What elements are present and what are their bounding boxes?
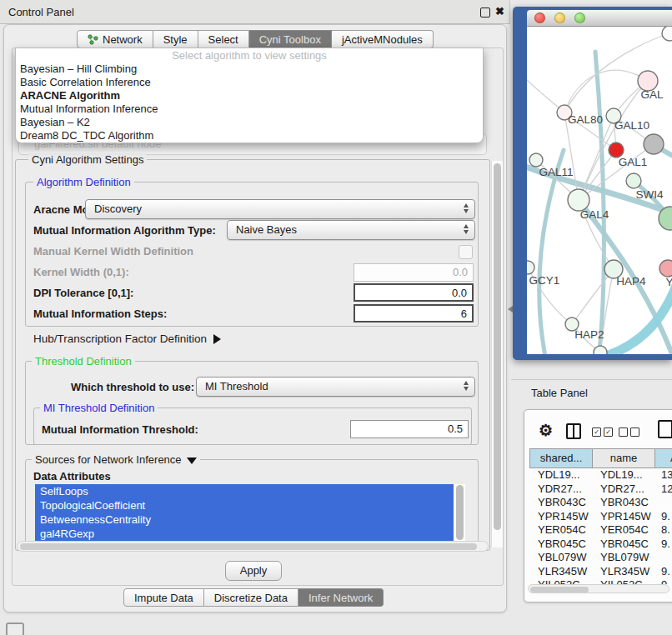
network-node-label: GAL: [640, 88, 664, 101]
table-cell: YDL19...: [592, 468, 654, 482]
column-header[interactable]: shared...: [529, 448, 592, 468]
tab-style[interactable]: Style: [153, 30, 198, 48]
network-node[interactable]: [644, 134, 664, 154]
select-all-columns-icon[interactable]: ✓✓: [592, 428, 613, 437]
network-node-label: HAP4: [616, 275, 646, 288]
kernel-width-label: Kernel Width (0,1):: [33, 266, 129, 278]
apply-button[interactable]: Apply: [225, 561, 282, 581]
tab-network[interactable]: Network: [77, 30, 153, 48]
table-cell: 8.: [654, 523, 672, 538]
network-node[interactable]: [527, 261, 534, 274]
attributes-scrollbar[interactable]: [456, 485, 464, 540]
tab-jactivemnodules[interactable]: jActiveMNodules: [332, 30, 434, 48]
mi-threshold-field[interactable]: 0.5: [350, 420, 469, 438]
table-row[interactable]: YBL079WYBL079W: [529, 551, 672, 565]
table-cell: 9.: [654, 510, 672, 524]
deselect-all-columns-icon[interactable]: [619, 428, 639, 437]
cyni-bottom-tabs: Impute Data Discretize Data Infer Networ…: [123, 588, 384, 607]
close-window-icon[interactable]: [534, 12, 545, 23]
algorithm-option[interactable]: Bayesian – Hill Climbing: [16, 62, 483, 76]
minimized-panel-icon[interactable]: [6, 622, 24, 635]
float-panel-icon[interactable]: [480, 8, 490, 18]
column-header[interactable]: A: [654, 448, 672, 468]
data-attribute-item[interactable]: SelfLoops: [35, 484, 454, 498]
threshold-definition-title: Threshold Definition: [32, 355, 135, 368]
network-view-window: GALGAL80GAL10GAL1GAL11SWI4GAL4GCY1HAP4YH…: [513, 7, 672, 360]
network-window-titlebar[interactable]: [527, 10, 672, 27]
data-attributes-label: Data Attributes: [33, 470, 111, 482]
table-cell: YBL079W: [592, 551, 654, 565]
table-cell: YDR27...: [592, 482, 654, 497]
mi-steps-field[interactable]: 6: [354, 304, 474, 322]
network-node[interactable]: [626, 173, 641, 188]
network-node[interactable]: [662, 27, 672, 41]
algorithm-option[interactable]: ARACNE Algorithm: [16, 89, 483, 102]
mi-threshold-label: Mutual Information Threshold:: [42, 423, 198, 436]
which-threshold-label: Which threshold to use:: [71, 381, 194, 393]
table-row[interactable]: YDR27...YDR27...12: [529, 482, 672, 497]
table-cell: 9.: [654, 578, 672, 584]
network-edge: [572, 269, 614, 324]
network-node-label: HAP2: [574, 328, 604, 341]
minimize-window-icon[interactable]: [554, 12, 565, 23]
manual-kernel-width-label: Manual Kernel Width Definition: [33, 245, 193, 258]
mi-algorithm-type-combo[interactable]: Naive Bayes: [227, 220, 475, 240]
table-row[interactable]: YBR045CYBR045C9.: [529, 538, 672, 552]
zoom-window-icon[interactable]: [574, 12, 585, 23]
tab-select[interactable]: Select: [198, 30, 249, 48]
network-node[interactable]: [529, 153, 543, 167]
table-hscrollbar[interactable]: [528, 584, 669, 593]
table-settings-gear-icon[interactable]: ⚙: [539, 421, 553, 440]
network-node-label: GAL10: [614, 119, 649, 132]
aracne-mode-combo[interactable]: Discovery: [85, 199, 475, 219]
table-row[interactable]: YBR043CYBR043C: [529, 496, 672, 510]
control-panel-titlebar: Control Panel ✖: [0, 0, 510, 24]
panel-separator: [511, 379, 672, 380]
which-threshold-combo[interactable]: MI Threshold: [196, 377, 475, 397]
stepper-icon: [464, 203, 469, 213]
table-row[interactable]: YIL052CYIL052C9.: [529, 578, 672, 584]
control-panel-tabs: Network Style Select Cyni Toolbox jActiv…: [77, 30, 434, 48]
dpi-tolerance-field[interactable]: 0.0: [354, 283, 474, 302]
settings-vscrollbar[interactable]: [491, 161, 503, 548]
data-attribute-item[interactable]: BetweennessCentrality: [35, 512, 454, 527]
data-attribute-item[interactable]: gal4RGexp: [35, 527, 454, 541]
table-cell: 13: [654, 468, 672, 482]
settings-hscrollbar[interactable]: [17, 541, 489, 552]
tab-discretize-data[interactable]: Discretize Data: [204, 588, 298, 607]
stepper-icon: [464, 224, 469, 234]
network-node[interactable]: [659, 260, 672, 277]
column-view-icon[interactable]: [566, 423, 581, 439]
kernel-width-field[interactable]: 0.0: [354, 263, 474, 282]
data-attributes-list: SelfLoopsTopologicalCoefficientBetweenne…: [35, 484, 465, 542]
table-cell: YBR043C: [592, 496, 654, 510]
algorithm-option[interactable]: Mutual Information Inference: [16, 102, 483, 116]
algorithm-option[interactable]: Basic Correlation Inference: [16, 76, 483, 89]
export-table-icon[interactable]: [658, 420, 672, 438]
tab-infer-network[interactable]: Infer Network: [298, 588, 384, 607]
manual-kernel-width-checkbox[interactable]: [459, 245, 473, 259]
table-cell: YER054C: [529, 523, 592, 538]
table-row[interactable]: YER054CYER054C8.: [529, 523, 672, 538]
hub-definition-expander[interactable]: Hub/Transcription Factor Definition: [33, 332, 221, 345]
table-row[interactable]: YLR345WYLR345W9.: [529, 565, 672, 579]
close-panel-icon[interactable]: ✖: [495, 5, 504, 18]
network-node[interactable]: [594, 346, 607, 354]
network-node-label: GAL4: [580, 208, 609, 221]
network-node-label: SWI4: [635, 188, 663, 201]
network-canvas[interactable]: GALGAL80GAL10GAL1GAL11SWI4GAL4GCY1HAP4YH…: [527, 27, 672, 354]
table-cell: YDL19...: [529, 468, 592, 482]
table-cell: [654, 496, 672, 510]
data-attribute-item[interactable]: TopologicalCoefficient: [35, 498, 454, 512]
algorithm-option[interactable]: Bayesian – K2: [16, 116, 483, 129]
expanded-arrow-icon: [187, 458, 197, 464]
algorithm-option[interactable]: Dream8 DC_TDC Algorithm: [16, 129, 483, 142]
table-row[interactable]: YPR145WYPR145W9.: [529, 510, 672, 524]
table-cell: 12: [654, 482, 672, 497]
sources-title[interactable]: Sources for Network Inference: [32, 453, 200, 466]
tab-cyni-toolbox[interactable]: Cyni Toolbox: [249, 30, 332, 48]
column-header[interactable]: name: [592, 448, 654, 468]
table-row[interactable]: YDL19...YDL19...13: [529, 468, 672, 482]
tab-impute-data[interactable]: Impute Data: [123, 588, 204, 607]
network-graph: GALGAL80GAL10GAL1GAL11SWI4GAL4GCY1HAP4YH…: [527, 27, 672, 354]
